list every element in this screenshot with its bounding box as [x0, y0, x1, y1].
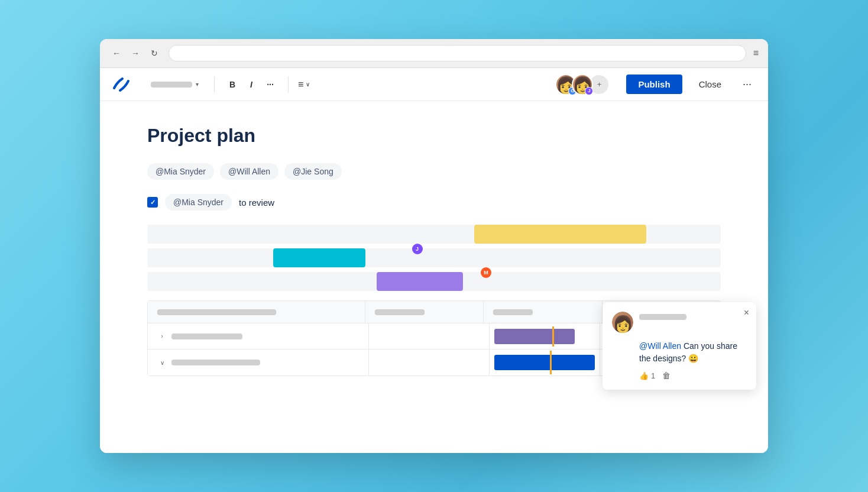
- gantt-row-1: [147, 225, 721, 244]
- table-cell-1-1: ›: [148, 323, 369, 349]
- mention-tag-2[interactable]: @Jie Song: [284, 163, 342, 180]
- table-header-cell-3: [484, 301, 602, 323]
- comment-meta: [639, 312, 747, 320]
- gantt-bar-table-purple: [494, 329, 575, 344]
- task-item: @Mia Snyder to review: [147, 194, 721, 211]
- app-toolbar: ▾ B I ··· ≡ ∨ 👩 G 👩 J: [100, 68, 768, 101]
- pin-marker-1: [552, 326, 554, 347]
- pin-marker-2: [550, 351, 552, 374]
- avatar-collaborator-2: 👩 J: [572, 74, 593, 95]
- comment-author-placeholder: [639, 314, 686, 320]
- like-count: 1: [651, 371, 655, 380]
- align-dropdown[interactable]: ≡ ∨: [298, 79, 310, 90]
- table-expander-1[interactable]: ›: [157, 332, 167, 341]
- confluence-logo-icon: [112, 75, 131, 94]
- page-title: Project plan: [147, 125, 721, 147]
- main-content: Project plan @Mia Snyder @Will Allen @Ji…: [100, 101, 768, 453]
- align-icon: ≡: [298, 79, 303, 90]
- format-buttons: B I ···: [224, 76, 278, 93]
- browser-nav: ← → ↻: [109, 46, 161, 60]
- more-format-button[interactable]: ···: [262, 76, 278, 93]
- toolbar-divider-2: [288, 76, 289, 93]
- table-cell-1-3: [490, 323, 601, 349]
- forward-button[interactable]: →: [128, 46, 142, 60]
- mention-tag-0[interactable]: @Mia Snyder: [147, 163, 214, 180]
- address-bar[interactable]: [169, 45, 746, 62]
- gantt-row-2: J: [147, 248, 721, 267]
- comment-body: @Will Allen Can you share the designs? 😀: [639, 340, 747, 365]
- comment-like-button[interactable]: 👍 1: [639, 371, 655, 380]
- comment-mention: @Will Allen: [639, 341, 681, 351]
- more-options-button[interactable]: ···: [738, 76, 756, 93]
- comment-actions: 👍 1 🗑: [639, 371, 747, 380]
- gantt-row-3: M: [147, 272, 721, 291]
- task-assignee[interactable]: @Mia Snyder: [165, 194, 232, 211]
- style-dropdown-text: [151, 82, 192, 88]
- comment-popup: × 👩 @Will Allen Can you share the design…: [603, 302, 756, 390]
- comment-close-button[interactable]: ×: [744, 308, 749, 318]
- table-cell-1-2: [369, 323, 490, 349]
- bold-button[interactable]: B: [224, 76, 241, 93]
- table-cell-2-2: [369, 349, 490, 376]
- gantt-area: J M: [147, 225, 721, 291]
- mention-tags: @Mia Snyder @Will Allen @Jie Song: [147, 163, 721, 180]
- table-header-cell-2: [365, 301, 484, 323]
- table-cell-2-3: [490, 349, 601, 376]
- table-cell-2-1: ∨: [148, 349, 369, 376]
- browser-menu-icon[interactable]: ≡: [753, 48, 759, 59]
- comment-delete-button[interactable]: 🗑: [662, 371, 671, 380]
- avatar-j-badge: J: [585, 87, 593, 95]
- avatar-m-gantt-indicator: M: [481, 267, 491, 278]
- refresh-button[interactable]: ↻: [147, 46, 161, 60]
- gantt-bar-purple: [377, 272, 463, 291]
- publish-button[interactable]: Publish: [626, 75, 682, 94]
- gantt-bar-cyan: [273, 248, 365, 267]
- like-icon: 👍: [639, 371, 649, 380]
- gantt-bar-table-blue: [494, 355, 595, 370]
- comment-avatar: 👩: [612, 312, 633, 333]
- collaborators: 👩 G 👩 J +: [555, 74, 610, 95]
- app-logo: [112, 75, 131, 94]
- italic-button[interactable]: I: [243, 76, 260, 93]
- browser-window: ← → ↻ ≡ ▾ B I ··· ≡ ∨: [100, 39, 768, 453]
- task-checkbox[interactable]: [147, 197, 158, 208]
- back-button[interactable]: ←: [109, 46, 124, 60]
- browser-chrome: ← → ↻ ≡: [100, 39, 768, 68]
- close-button[interactable]: Close: [692, 75, 728, 94]
- toolbar-divider-1: [214, 76, 215, 93]
- style-dropdown-chevron-icon: ▾: [196, 81, 199, 88]
- avatar-j-gantt-indicator: J: [412, 244, 423, 254]
- task-text: to review: [239, 198, 274, 208]
- table-expander-2[interactable]: ∨: [157, 358, 167, 367]
- table-header-cell-1: [148, 301, 365, 323]
- mention-tag-1[interactable]: @Will Allen: [220, 163, 278, 180]
- comment-header: 👩: [612, 312, 747, 333]
- style-dropdown[interactable]: ▾: [145, 79, 205, 90]
- align-chevron-icon: ∨: [306, 81, 310, 88]
- gantt-bar-yellow: [474, 225, 646, 244]
